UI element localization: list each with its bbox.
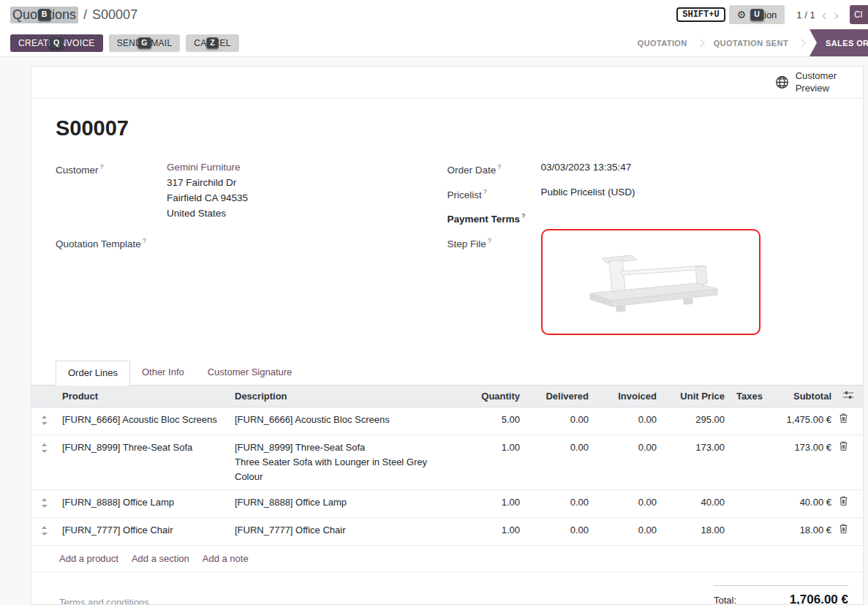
drag-handle[interactable] xyxy=(31,407,56,435)
breadcrumb-quotations[interactable]: Quotations B xyxy=(10,7,78,23)
customer-preview-label: Customer Preview xyxy=(796,70,837,94)
table-row: [FURN_8888] Office Lamp [FURN_8888] Offi… xyxy=(31,489,863,517)
drag-handle[interactable] xyxy=(31,489,56,517)
cell-unit-price[interactable]: 18.00 xyxy=(663,517,731,545)
chevron-left-icon: ‹ xyxy=(822,7,827,23)
terms-and-conditions-input[interactable]: Terms and conditions... xyxy=(59,597,157,605)
close-button[interactable]: Cl xyxy=(850,5,868,24)
cell-product[interactable]: [FURN_8888] Office Lamp xyxy=(56,489,229,517)
status-step-sales-order[interactable]: SALES ORDER xyxy=(809,29,868,56)
hotkey-badge-action: U xyxy=(750,9,763,20)
top-bar-right: SHIFT+U ⚙ Action U 1 / 1 ‹ › Cl xyxy=(676,0,868,29)
column-header-delivered: Delivered xyxy=(526,386,595,407)
cell-taxes[interactable] xyxy=(731,517,766,545)
prev-page-button[interactable]: ‹ xyxy=(818,7,831,22)
delete-line-button[interactable] xyxy=(837,407,863,435)
cell-product[interactable]: [FURN_8999] Three-Seat Sofa xyxy=(56,435,229,489)
cell-delivered[interactable]: 0.00 xyxy=(526,489,595,517)
add-product-link[interactable]: Add a product xyxy=(59,553,118,564)
cell-subtotal: 18.00 € xyxy=(766,517,837,545)
send-email-button[interactable]: SEND EMAIL G xyxy=(109,34,181,52)
trash-icon xyxy=(839,413,848,423)
cell-invoiced[interactable]: 0.00 xyxy=(595,435,663,489)
total-section: Total: 1,706.00 € xyxy=(714,585,848,605)
help-icon: ? xyxy=(483,188,487,195)
optional-columns-button[interactable] xyxy=(837,386,863,407)
cell-product[interactable]: [FURN_7777] Office Chair xyxy=(56,517,229,545)
delete-line-button[interactable] xyxy=(837,435,863,489)
cell-unit-price[interactable]: 40.00 xyxy=(663,489,731,517)
content-area: Customer Preview S00007 Customer? Gemini… xyxy=(0,57,868,605)
cell-delivered[interactable]: 0.00 xyxy=(526,435,595,489)
sheet-body: S00007 Customer? Gemini Furniture 317 Fa… xyxy=(31,99,863,342)
help-icon: ? xyxy=(143,237,146,244)
form-sheet-card: Customer Preview S00007 Customer? Gemini… xyxy=(31,66,864,605)
order-date-value[interactable]: 03/03/2023 13:35:47 xyxy=(541,159,632,178)
customer-label: Customer? xyxy=(56,159,167,221)
action-menu-button[interactable]: ⚙ Action U xyxy=(729,5,785,24)
chevron-right-icon: › xyxy=(834,7,839,23)
cell-quantity[interactable]: 1.00 xyxy=(460,489,526,517)
field-payment-terms: Payment Terms? xyxy=(448,208,839,227)
tab-customer-signature[interactable]: Customer Signature xyxy=(196,361,304,385)
trash-icon xyxy=(839,441,848,451)
payment-terms-label: Payment Terms? xyxy=(448,208,541,227)
status-step-quotation-sent[interactable]: QUOTATION SENT xyxy=(703,39,799,48)
cell-invoiced[interactable]: 0.00 xyxy=(595,489,663,517)
cell-description[interactable]: [FURN_8999] Three-Seat SofaThree Seater … xyxy=(229,435,460,489)
help-icon: ? xyxy=(100,163,104,170)
field-column-left: Customer? Gemini Furniture 317 Fairchild… xyxy=(56,159,448,342)
field-customer: Customer? Gemini Furniture 317 Fairchild… xyxy=(56,159,448,221)
cell-invoiced[interactable]: 0.00 xyxy=(595,517,663,545)
customer-preview-link[interactable]: Customer Preview xyxy=(775,70,837,94)
cell-quantity[interactable]: 5.00 xyxy=(460,407,526,435)
customer-address-line: United States xyxy=(167,206,248,221)
drag-handle-icon xyxy=(41,526,48,536)
cell-unit-price[interactable]: 295.00 xyxy=(663,407,731,435)
step-file-preview[interactable] xyxy=(541,229,761,335)
cell-taxes[interactable] xyxy=(731,407,766,435)
status-step-quotation[interactable]: QUOTATION xyxy=(627,39,698,48)
cell-unit-price[interactable]: 173.00 xyxy=(663,435,731,489)
cell-quantity[interactable]: 1.00 xyxy=(460,435,526,489)
pricelist-value[interactable]: Public Pricelist (USD) xyxy=(541,184,635,203)
cell-subtotal: 173.00 € xyxy=(766,435,837,489)
cancel-button[interactable]: CANCEL Z xyxy=(186,34,238,52)
trash-icon xyxy=(839,496,848,506)
field-order-date: Order Date? 03/03/2023 13:35:47 xyxy=(448,159,839,178)
breadcrumb: Quotations B / S00007 xyxy=(10,7,137,23)
cell-delivered[interactable]: 0.00 xyxy=(526,407,595,435)
pager: 1 / 1 xyxy=(796,10,815,20)
cell-product[interactable]: [FURN_6666] Acoustic Bloc Screens xyxy=(56,407,229,435)
cell-quantity[interactable]: 1.00 xyxy=(460,517,526,545)
cell-description[interactable]: [FURN_7777] Office Chair xyxy=(229,517,460,545)
pricelist-label: Pricelist? xyxy=(448,184,541,203)
breadcrumb-current: S00007 xyxy=(92,7,137,23)
cell-delivered[interactable]: 0.00 xyxy=(526,517,595,545)
drag-handle-icon xyxy=(41,498,48,508)
create-invoice-button[interactable]: CREATE INVOICE Q xyxy=(10,34,103,52)
cell-invoiced[interactable]: 0.00 xyxy=(595,407,663,435)
cell-description[interactable]: [FURN_6666] Acoustic Bloc Screens xyxy=(229,407,460,435)
tab-order-lines[interactable]: Order Lines xyxy=(56,361,130,386)
cell-taxes[interactable] xyxy=(731,435,766,489)
tab-other-info[interactable]: Other Info xyxy=(130,361,196,385)
delete-line-button[interactable] xyxy=(837,489,863,517)
add-note-link[interactable]: Add a note xyxy=(203,553,249,564)
delete-line-button[interactable] xyxy=(837,517,863,545)
cell-taxes[interactable] xyxy=(731,489,766,517)
drag-handle[interactable] xyxy=(31,517,56,545)
top-bar: Quotations B / S00007 SHIFT+U ⚙ Action U… xyxy=(0,0,868,29)
customer-link[interactable]: Gemini Furniture xyxy=(167,162,241,173)
column-header-unit-price: Unit Price xyxy=(663,386,731,407)
gear-icon: ⚙ xyxy=(737,9,747,20)
drag-handle[interactable] xyxy=(31,435,56,489)
cell-subtotal: 40.00 € xyxy=(766,489,837,517)
table-row: [FURN_6666] Acoustic Bloc Screens [FURN_… xyxy=(31,407,863,435)
add-section-link[interactable]: Add a section xyxy=(132,553,189,564)
help-icon: ? xyxy=(497,163,501,170)
cell-description[interactable]: [FURN_8888] Office Lamp xyxy=(229,489,460,517)
notebook-tabs: Order Lines Other Info Customer Signatur… xyxy=(31,361,863,386)
next-page-button[interactable]: › xyxy=(830,7,842,22)
table-row: [FURN_7777] Office Chair [FURN_7777] Off… xyxy=(31,517,863,545)
